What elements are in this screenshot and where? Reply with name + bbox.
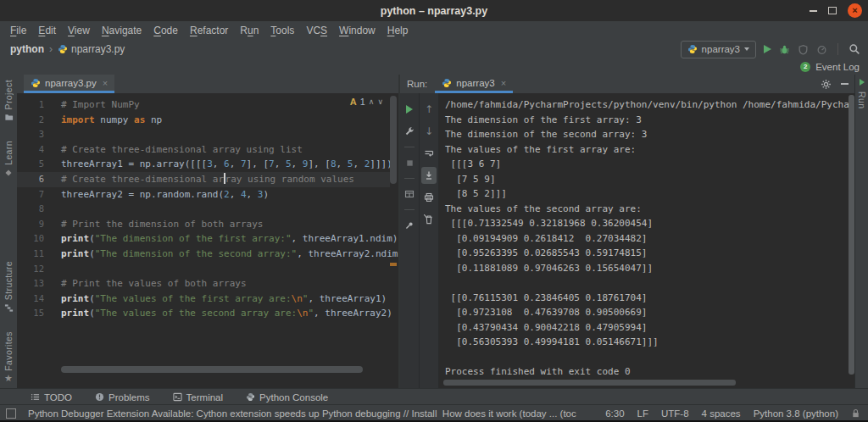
code-line[interactable]: print("The dimension of the first array:… xyxy=(61,231,398,247)
up-stacktrace-icon[interactable]: ↑ xyxy=(421,98,437,120)
code-line[interactable]: threeArray1 = np.array([[[3, 6, 7], [7, … xyxy=(61,157,398,172)
breadcrumb-file[interactable]: nparray3.py xyxy=(58,43,125,55)
close-icon[interactable]: × xyxy=(103,78,108,88)
debug-button[interactable] xyxy=(779,44,790,55)
code-line[interactable] xyxy=(61,262,398,277)
line-number[interactable]: 7 xyxy=(17,187,56,203)
wrench-icon[interactable] xyxy=(402,120,417,142)
menu-item-navigate[interactable]: Navigate xyxy=(96,25,147,36)
code-line[interactable]: # Create three-dimensional array using l… xyxy=(61,142,398,158)
code-line[interactable]: threeArray2 = np.random.rand(2, 4, 3) xyxy=(61,187,398,203)
line-number[interactable]: 3 xyxy=(17,127,56,142)
line-number[interactable]: 5 xyxy=(17,157,56,172)
tool-window-run[interactable]: Run xyxy=(857,79,867,108)
lock-icon[interactable] xyxy=(851,408,860,419)
line-number[interactable]: 1 xyxy=(17,97,56,113)
menu-item-file[interactable]: File xyxy=(4,25,32,36)
menu-item-tools[interactable]: Tools xyxy=(264,25,300,36)
editor-tab-nparray3[interactable]: nparray3.py × xyxy=(24,75,114,93)
console-vertical-scrollbar[interactable] xyxy=(849,95,854,375)
line-number[interactable]: 13 xyxy=(17,276,56,292)
down-stacktrace-icon[interactable]: ↓ xyxy=(421,120,437,142)
menu-item-vcs[interactable]: VCS xyxy=(300,25,333,36)
tool-window-structure[interactable]: Structure xyxy=(3,261,14,313)
indent-style[interactable]: 4 spaces xyxy=(702,408,741,419)
tool-window-learn[interactable]: Learn xyxy=(3,141,14,177)
menu-item-view[interactable]: View xyxy=(62,25,96,36)
line-number[interactable]: 11 xyxy=(17,247,56,262)
code-area[interactable]: # Import NumPyimport numpy as np# Create… xyxy=(61,97,398,321)
menu-item-refactor[interactable]: Refactor xyxy=(184,25,234,36)
editor-gutter[interactable]: 123456789101112131415 xyxy=(17,97,56,321)
editor-horizontal-scrollbar[interactable] xyxy=(61,366,363,373)
line-number[interactable]: 6 xyxy=(17,172,56,187)
cursor-position[interactable]: 6:30 xyxy=(605,408,624,419)
editor[interactable]: 123456789101112131415 # Import NumPyimpo… xyxy=(17,93,398,388)
editor-vertical-scrollbar[interactable] xyxy=(390,96,397,184)
tool-window-switcher-icon[interactable] xyxy=(6,408,16,419)
event-log-button[interactable]: Event Log xyxy=(815,62,860,72)
tool-window-todo[interactable]: TODO xyxy=(31,392,72,403)
tool-window-favorites[interactable]: Favorites ★ xyxy=(3,331,14,383)
menu-item-code[interactable]: Code xyxy=(147,25,184,36)
line-number[interactable]: 4 xyxy=(17,142,56,158)
run-tab-nparray3[interactable]: nparray3 × xyxy=(435,75,513,93)
code-line[interactable]: print("The dimension of the second array… xyxy=(61,247,398,262)
pin-icon[interactable] xyxy=(402,214,417,236)
menu-item-help[interactable]: Help xyxy=(381,25,415,36)
interpreter[interactable]: Python 3.8 (python) xyxy=(754,408,838,419)
search-everywhere-button[interactable] xyxy=(849,43,860,55)
close-button[interactable]: × xyxy=(848,3,862,18)
line-number[interactable]: 9 xyxy=(17,217,56,232)
line-number[interactable]: 10 xyxy=(17,231,56,247)
code-line[interactable]: import numpy as np xyxy=(61,113,398,128)
next-problem-icon[interactable]: ∨ xyxy=(377,97,383,106)
tool-window-python-console[interactable]: Python Console xyxy=(246,392,328,403)
line-separator[interactable]: LF xyxy=(637,408,648,419)
warning-stripe-mark[interactable] xyxy=(390,263,397,266)
maximize-button[interactable] xyxy=(828,7,837,14)
menu-item-run[interactable]: Run xyxy=(234,25,264,36)
code-line[interactable]: print("The values of the first array are… xyxy=(61,292,398,307)
menu-item-edit[interactable]: Edit xyxy=(32,25,62,36)
toolbar-separator xyxy=(404,178,415,179)
code-line[interactable]: # Create three-dimensional array using r… xyxy=(61,172,398,187)
run-configuration-select[interactable]: nparray3 xyxy=(681,41,756,58)
scroll-to-end-icon[interactable] xyxy=(421,167,437,184)
tool-window-project[interactable]: Project xyxy=(3,80,14,122)
line-number[interactable]: 14 xyxy=(17,292,56,307)
code-line[interactable] xyxy=(61,202,398,217)
file-encoding[interactable]: UTF-8 xyxy=(661,408,689,419)
menu-item-window[interactable]: Window xyxy=(333,25,381,36)
tool-window-terminal[interactable]: Terminal xyxy=(173,392,223,403)
print-icon[interactable] xyxy=(421,186,437,208)
inspections-widget[interactable]: A 1 ∧ ∨ xyxy=(350,97,383,107)
status-message[interactable]: Python Debugger Extension Available: Cyt… xyxy=(28,408,576,419)
code-line[interactable]: # Import NumPy xyxy=(61,97,398,113)
line-number[interactable]: 12 xyxy=(17,262,56,277)
line-number[interactable]: 2 xyxy=(17,113,56,128)
minimize-button[interactable] xyxy=(810,10,817,12)
soft-wrap-icon[interactable] xyxy=(421,142,437,164)
clear-all-icon[interactable] xyxy=(421,208,437,230)
breadcrumb-project[interactable]: python xyxy=(10,43,44,55)
prev-problem-icon[interactable]: ∧ xyxy=(369,97,375,106)
run-button[interactable] xyxy=(764,45,771,53)
rerun-button[interactable] xyxy=(402,98,417,120)
restore-layout-icon[interactable] xyxy=(402,183,417,205)
run-console-output[interactable]: /home/fahmida/PycharmProjects/python/ven… xyxy=(439,93,855,388)
console-line: [0.11881089 0.97046263 0.15654047]] xyxy=(445,261,855,276)
code-line[interactable]: # Print the dimension of both arrays xyxy=(61,217,398,232)
code-line[interactable]: # Print the values of both arrays xyxy=(61,276,398,292)
gear-icon[interactable] xyxy=(821,79,832,90)
code-line[interactable]: print("The values of the second array ar… xyxy=(61,306,398,321)
line-number[interactable]: 15 xyxy=(17,306,56,321)
hide-tool-window-icon[interactable] xyxy=(841,83,849,85)
close-icon[interactable]: × xyxy=(501,78,506,88)
tool-window-problems[interactable]: Problems xyxy=(95,392,150,403)
profiler-button[interactable] xyxy=(816,44,827,55)
line-number[interactable]: 8 xyxy=(17,202,56,217)
code-line[interactable] xyxy=(61,127,398,142)
coverage-button[interactable] xyxy=(798,44,809,55)
console-horizontal-scrollbar[interactable] xyxy=(443,380,736,386)
